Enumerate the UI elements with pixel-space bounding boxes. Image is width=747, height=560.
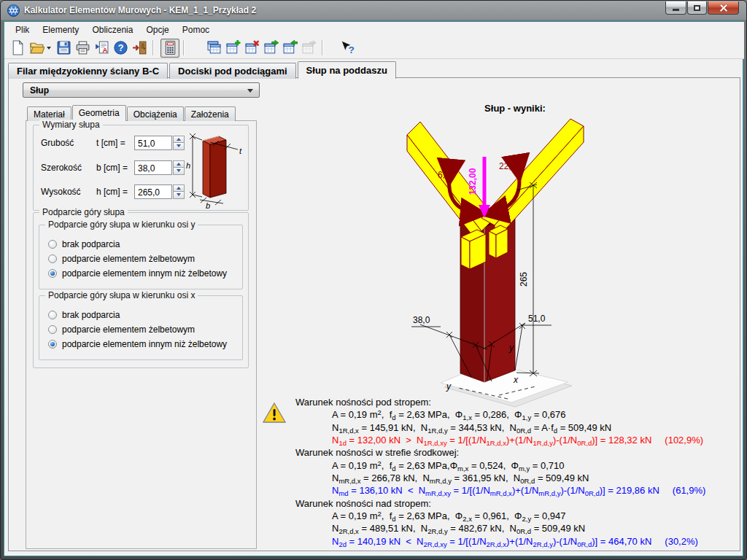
radio-option-podparcie-elementem-zelbetowym[interactable]: podparcie elementem żelbetowym bbox=[48, 253, 195, 265]
dimension-label: Wysokość bbox=[41, 187, 96, 197]
document-tab-bar: Filar międzyokienny ściany B-CDociski po… bbox=[8, 61, 398, 79]
sheet-add-icon[interactable] bbox=[223, 39, 242, 58]
support-y-axis-title: Podparcie góry słupa w kierunku osi y bbox=[45, 219, 198, 230]
help-icon[interactable]: ? bbox=[111, 39, 130, 58]
close-button[interactable] bbox=[708, 1, 739, 15]
support-x-axis-group: Podparcie góry słupa w kierunku osi x br… bbox=[39, 295, 243, 360]
menu-plik[interactable]: Plik bbox=[9, 23, 36, 36]
print-icon[interactable] bbox=[73, 39, 92, 58]
column-dimensions-figure: h t b bbox=[178, 128, 248, 209]
radio-option-podparcie-elementem-innym-niz-zelbetowy[interactable]: podparcie elementem innym niż żelbetowy bbox=[48, 268, 227, 279]
minimize-icon bbox=[673, 9, 679, 11]
dimension-symbol: b [cm] = bbox=[96, 163, 134, 173]
mini-dim-t-label: t bbox=[239, 147, 242, 155]
export-report-icon[interactable]: A bbox=[92, 39, 111, 58]
result-line: N1d = 132,00 kN > N1R,d,xy = 1/[(1/N1R,d… bbox=[295, 434, 745, 446]
svg-text:?: ? bbox=[348, 44, 354, 55]
dimension-label: Szerokość bbox=[41, 163, 96, 173]
column-results-diagram: 132,00 6,80 22,70 265 38,0 51,0 bbox=[406, 110, 741, 411]
sheet-delete-icon[interactable] bbox=[242, 39, 261, 58]
subtab-obciazenia[interactable]: Obciążenia bbox=[127, 106, 184, 121]
radio-button[interactable] bbox=[48, 240, 57, 249]
result-line: A = 0,19 m2, fd = 2,63 MPa, Φ2,x = 0,961… bbox=[295, 510, 745, 522]
tab-slup-na-poddaszu[interactable]: Słup na poddaszu bbox=[298, 61, 396, 79]
sheets-icon[interactable] bbox=[204, 39, 223, 58]
result-line: Nmd = 136,10 kN < NmR,d,xy = 1/[(1/NmR,d… bbox=[295, 484, 745, 497]
result-line: A = 0,19 m2, fd = 2,63 MPa, Φ1,x = 0,286… bbox=[295, 408, 745, 421]
element-type-value: Słup bbox=[30, 85, 49, 96]
dimension-label: Grubość bbox=[41, 138, 96, 148]
application-window: Kalkulator Elementów Murowych - KEM_1_1_… bbox=[0, 0, 747, 560]
chevron-down-icon bbox=[247, 89, 253, 93]
support-x-axis-title: Podparcie góry słupa w kierunku osi x bbox=[45, 290, 198, 300]
subtab-zalozenia[interactable]: Założenia bbox=[185, 106, 236, 121]
element-type-combobox[interactable]: Słup bbox=[23, 82, 260, 98]
subtab-geometria[interactable]: Geometria bbox=[72, 105, 126, 121]
calculator-icon[interactable] bbox=[160, 39, 179, 58]
property-tab-bar: MateriałGeometriaObciążeniaZałożenia bbox=[27, 105, 236, 121]
minimize-button[interactable] bbox=[665, 1, 686, 15]
height-dim-label: 265 bbox=[519, 272, 529, 287]
save-icon[interactable] bbox=[54, 39, 73, 58]
toolbar-separator bbox=[152, 40, 154, 55]
support-y-axis-group: Podparcie góry słupa w kierunku osi y br… bbox=[39, 225, 243, 289]
toolbar-separator bbox=[183, 40, 185, 55]
maximize-icon bbox=[694, 5, 700, 11]
svg-text:A: A bbox=[102, 46, 107, 54]
subtab-material[interactable]: Materiał bbox=[27, 106, 71, 121]
dimension-row-szerokosc: Szerokośćb [cm] = bbox=[41, 160, 185, 175]
tab-dociski-pod-podciagami[interactable]: Dociski pod podciągami bbox=[169, 63, 296, 79]
wysokosc-input[interactable] bbox=[134, 184, 172, 199]
result-line: N2d = 140,19 kN < N2R,d,xy = 1/[(1/N2R,d… bbox=[295, 535, 745, 548]
radio-option-brak-podparcia[interactable]: brak podparcia bbox=[48, 238, 120, 250]
result-line: N1R,d,x = 145,91 kN, N1R,d,y = 344,53 kN… bbox=[295, 421, 745, 434]
radio-button[interactable] bbox=[48, 254, 57, 263]
radio-option-brak-podparcia[interactable]: brak podparcia bbox=[48, 309, 120, 321]
results-title: Słup - wyniki: bbox=[409, 103, 621, 114]
warning-triangle-icon bbox=[263, 402, 287, 425]
mini-dim-h-label: h bbox=[186, 161, 190, 170]
moment-left-label: 6,80 bbox=[438, 170, 455, 180]
result-line: NmR,d,x = 266,78 kN, NmR,d,y = 361,95 kN… bbox=[295, 472, 745, 484]
radio-label: podparcie elementem innym niż żelbetowy bbox=[62, 268, 227, 279]
menu-pomoc[interactable]: Pomoc bbox=[176, 23, 216, 36]
toolbar-separator bbox=[322, 40, 323, 55]
result-line: Warunek nośności nad stropem: bbox=[295, 497, 745, 510]
toolbar: A?? bbox=[4, 37, 744, 59]
exit-icon[interactable] bbox=[130, 39, 149, 58]
radio-option-podparcie-elementem-zelbetowym[interactable]: podparcie elementem żelbetowym bbox=[48, 324, 195, 335]
result-line: N2R,d,x = 489,51 kN, N2R,d,y = 482,67 kN… bbox=[295, 522, 745, 534]
radio-button[interactable] bbox=[48, 325, 57, 334]
radio-button[interactable] bbox=[48, 340, 57, 349]
radio-option-podparcie-elementem-innym-niz-zelbetowy[interactable]: podparcie elementem innym niż żelbetowy bbox=[48, 338, 227, 350]
title-bar[interactable]: Kalkulator Elementów Murowych - KEM_1_1_… bbox=[1, 1, 746, 21]
new-document-icon[interactable] bbox=[8, 39, 27, 58]
grubosc-input[interactable] bbox=[134, 136, 172, 150]
sheet-export-icon[interactable] bbox=[261, 39, 280, 58]
radio-label: podparcie elementem żelbetowym bbox=[62, 254, 195, 264]
mini-dim-b-label: b bbox=[206, 201, 210, 209]
menu-opcje[interactable]: Opcje bbox=[139, 23, 175, 36]
svg-text:?: ? bbox=[117, 43, 123, 53]
radio-button[interactable] bbox=[48, 311, 57, 319]
szerokosc-input[interactable] bbox=[134, 160, 172, 175]
context-help-icon[interactable]: ? bbox=[337, 39, 356, 58]
width-left-dim-label: 38,0 bbox=[413, 315, 430, 325]
result-line: Warunek nośności w strefie środkowej: bbox=[295, 446, 745, 459]
dimension-row-wysokosc: Wysokośćh [cm] = bbox=[41, 184, 185, 199]
menu-elementy[interactable]: Elementy bbox=[36, 23, 85, 36]
radio-button[interactable] bbox=[48, 269, 57, 278]
radio-label: podparcie elementem innym niż żelbetowy bbox=[62, 339, 227, 349]
tab-filar-miedzyokienny-sciany-b-c[interactable]: Filar międzyokienny ściany B-C bbox=[8, 63, 168, 79]
open-file-icon[interactable] bbox=[27, 39, 46, 58]
open-file-dropdown-arrow-icon[interactable] bbox=[47, 47, 51, 50]
radio-label: brak podparcia bbox=[62, 239, 120, 249]
menu-obliczenia[interactable]: Obliczenia bbox=[85, 23, 139, 36]
roof-beams bbox=[407, 119, 584, 269]
maximize-button[interactable] bbox=[687, 1, 707, 15]
sheet-import-icon[interactable] bbox=[280, 39, 299, 58]
window-title: Kalkulator Elementów Murowych - KEM_1_1_… bbox=[24, 5, 256, 15]
dimensions-group-title: Wymiary słupa bbox=[39, 120, 103, 130]
dimension-symbol: t [cm] = bbox=[96, 138, 134, 148]
radio-label: brak podparcia bbox=[62, 310, 120, 320]
